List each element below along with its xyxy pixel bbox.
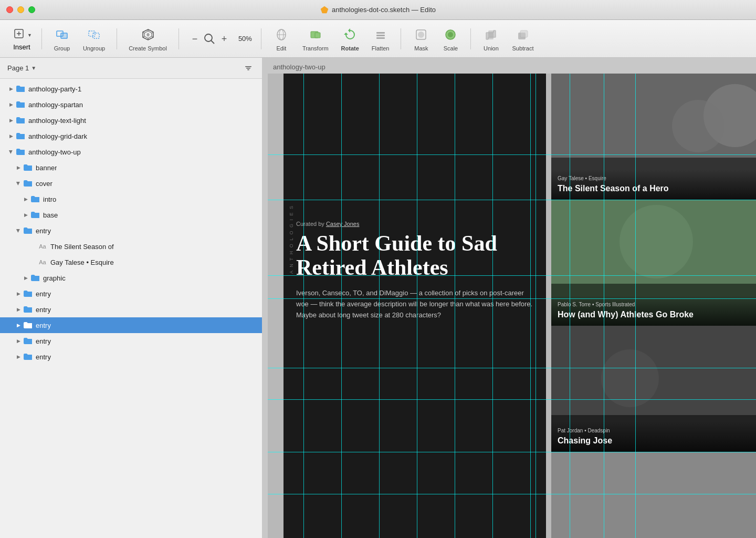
expand-icon: ▶ — [8, 148, 14, 156]
scale-label: Scale — [444, 45, 458, 51]
zoom-out-button[interactable]: − — [190, 34, 200, 44]
transform-button[interactable]: Transform — [297, 23, 334, 55]
transform-label: Transform — [302, 45, 329, 51]
zoom-controls: − + — [185, 33, 234, 45]
union-button[interactable]: Union — [477, 23, 505, 55]
folder-icon — [23, 180, 33, 187]
page-chevron-icon: ▼ — [31, 65, 36, 71]
toolbar: ▼ Insert Group Ungroup — [0, 20, 756, 58]
svg-rect-7 — [93, 33, 99, 38]
card-3-title: Chasing Jose — [558, 436, 756, 446]
ungroup-icon — [86, 27, 102, 43]
svg-rect-5 — [61, 33, 67, 38]
layer-name: entry — [36, 227, 51, 235]
create-symbol-label: Create Symbol — [129, 45, 167, 51]
layer-name: anthology-text-light — [28, 117, 86, 125]
svg-rect-17 — [376, 37, 385, 39]
minimize-button[interactable] — [17, 6, 24, 13]
ungroup-button[interactable]: Ungroup — [78, 23, 110, 55]
zoom-icon — [203, 33, 216, 45]
flatten-icon — [373, 27, 388, 42]
artboard-label: anthology-two-up — [273, 63, 326, 71]
group-icon — [54, 27, 70, 43]
group-button[interactable]: Group — [48, 23, 76, 55]
layer-item[interactable]: ▶ anthology-spartan — [0, 97, 262, 112]
zoom-in-button[interactable]: + — [219, 34, 229, 44]
card-3-overlay: Pat Jordan • Deadspin Chasing Jose — [551, 421, 756, 452]
layer-item[interactable]: ▶ cover — [0, 175, 262, 191]
zoom-level[interactable]: 50% — [236, 35, 255, 43]
svg-marker-0 — [321, 6, 328, 13]
maximize-button[interactable] — [28, 6, 35, 13]
layer-item[interactable]: ▶ intro — [0, 191, 262, 207]
layer-item[interactable]: ▶ entry — [0, 223, 262, 239]
folder-icon — [16, 101, 25, 108]
subtract-label: Subtract — [512, 45, 533, 51]
scale-icon — [443, 27, 458, 42]
rotate-label: Rotate — [341, 45, 359, 51]
close-button[interactable] — [6, 6, 13, 13]
create-symbol-button[interactable]: Create Symbol — [123, 23, 172, 55]
layer-item[interactable]: ▶ Aa The Silent Season of — [0, 239, 262, 254]
flatten-button[interactable]: Flatten — [366, 23, 395, 55]
toolbar-separator-5 — [401, 28, 401, 49]
layer-name: The Silent Season of — [50, 243, 114, 251]
expand-icon: ▶ — [22, 275, 29, 281]
layer-item[interactable]: ▶ base — [0, 207, 262, 223]
folder-icon — [23, 290, 33, 297]
window-title: anthologies-dot-co.sketch — Edito — [320, 6, 436, 14]
layer-name: entry — [36, 290, 51, 298]
svg-point-31 — [672, 100, 724, 152]
layer-name: anthology-spartan — [28, 101, 83, 109]
page-selector[interactable]: Page 1 ▼ — [7, 64, 36, 72]
insert-button[interactable]: ▼ Insert — [8, 23, 35, 54]
rotate-button[interactable]: Rotate — [336, 23, 364, 55]
article-title: A Short Guide to Sad Retired Athletes — [296, 231, 533, 280]
subtract-icon — [516, 27, 530, 42]
layer-item-selected[interactable]: ▶ entry — [0, 317, 262, 333]
expand-icon: ▶ — [7, 86, 15, 91]
layer-item[interactable]: ▶ graphic — [0, 270, 262, 286]
insert-icon — [12, 26, 26, 41]
layer-item[interactable]: ▶ Aa Gay Talese • Esquire — [0, 254, 262, 270]
expand-icon: ▶ — [7, 133, 15, 139]
layer-item[interactable]: ▶ entry — [0, 349, 262, 365]
expand-icon: ▶ — [15, 323, 22, 328]
sidebar: Page 1 ▼ ▶ anthology-party-1 ▶ — [0, 58, 262, 538]
layer-item[interactable]: ▶ entry — [0, 302, 262, 317]
expand-icon: ▶ — [7, 102, 15, 107]
insert-label: Insert — [13, 43, 30, 51]
layer-item[interactable]: ▶ entry — [0, 286, 262, 302]
folder-icon — [23, 353, 33, 360]
folder-icon — [16, 85, 25, 92]
svg-point-19 — [418, 32, 424, 38]
filter-icon — [244, 64, 253, 73]
subtract-button[interactable]: Subtract — [507, 23, 539, 55]
svg-point-37 — [601, 349, 659, 407]
curated-by-text: Curated by Casey Jones — [296, 221, 533, 227]
sidebar-filter-button[interactable] — [242, 62, 255, 75]
layer-item[interactable]: ▶ anthology-two-up — [0, 144, 262, 160]
card-2-overlay: Pablo S. Torre • Sports Illustrated How … — [551, 295, 756, 326]
scale-button[interactable]: Scale — [437, 23, 464, 55]
expand-icon: ▶ — [15, 291, 22, 296]
edit-button[interactable]: Edit — [268, 23, 295, 55]
group-label: Group — [54, 45, 70, 51]
layer-name: anthology-two-up — [28, 148, 81, 156]
mask-button[interactable]: Mask — [407, 23, 435, 55]
layer-item[interactable]: ▶ anthology-party-1 — [0, 81, 262, 97]
flatten-label: Flatten — [372, 45, 390, 51]
layer-name: anthology-grid-dark — [28, 132, 87, 140]
svg-rect-6 — [89, 31, 95, 36]
page-name: Page 1 — [7, 64, 29, 72]
layer-item[interactable]: ▶ anthology-text-light — [0, 112, 262, 128]
layer-item[interactable]: ▶ entry — [0, 333, 262, 349]
toolbar-separator-4 — [261, 28, 261, 49]
toolbar-separator-2 — [117, 28, 117, 49]
canvas-area[interactable]: anthology-two-up A N T H O L O G I E S C… — [262, 58, 756, 538]
layer-item[interactable]: ▶ anthology-grid-dark — [0, 128, 262, 144]
layer-item[interactable]: ▶ banner — [0, 160, 262, 175]
titlebar: anthologies-dot-co.sketch — Edito — [0, 0, 756, 20]
toolbar-separator-3 — [178, 28, 179, 49]
svg-rect-16 — [376, 35, 385, 36]
